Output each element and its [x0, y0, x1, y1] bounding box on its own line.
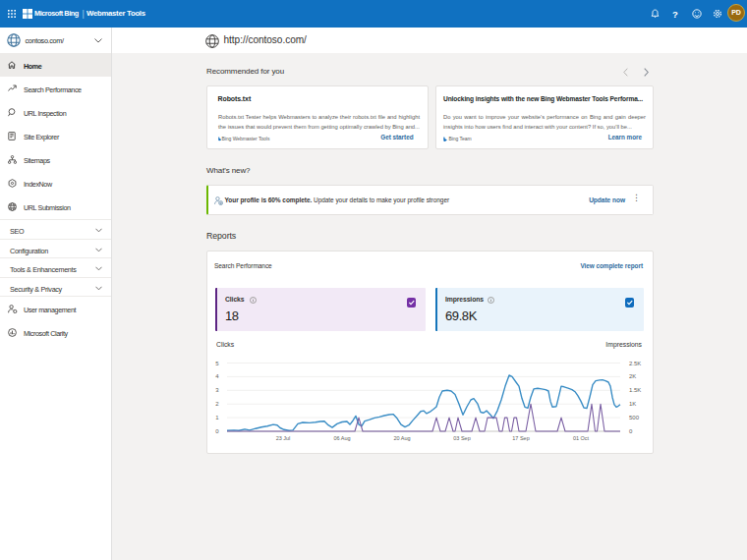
- svg-text:3: 3: [215, 387, 219, 393]
- svg-text:23 Jul: 23 Jul: [276, 435, 291, 441]
- svg-text:1K: 1K: [629, 401, 636, 407]
- svg-text:2.5K: 2.5K: [629, 361, 641, 366]
- svg-text:06 Aug: 06 Aug: [333, 435, 350, 441]
- svg-text:0: 0: [629, 428, 633, 434]
- svg-text:1: 1: [215, 415, 219, 420]
- svg-text:1.5K: 1.5K: [629, 387, 641, 393]
- svg-text:4: 4: [215, 373, 219, 379]
- svg-text:2K: 2K: [629, 373, 636, 379]
- svg-text:17 Sep: 17 Sep: [512, 435, 529, 441]
- svg-text:2: 2: [215, 401, 219, 407]
- svg-text:20 Aug: 20 Aug: [393, 435, 410, 441]
- svg-text:03 Sep: 03 Sep: [453, 435, 470, 441]
- svg-text:0: 0: [215, 428, 219, 434]
- svg-text:01 Oct: 01 Oct: [573, 435, 590, 441]
- svg-text:500: 500: [629, 415, 640, 420]
- svg-text:5: 5: [215, 361, 219, 366]
